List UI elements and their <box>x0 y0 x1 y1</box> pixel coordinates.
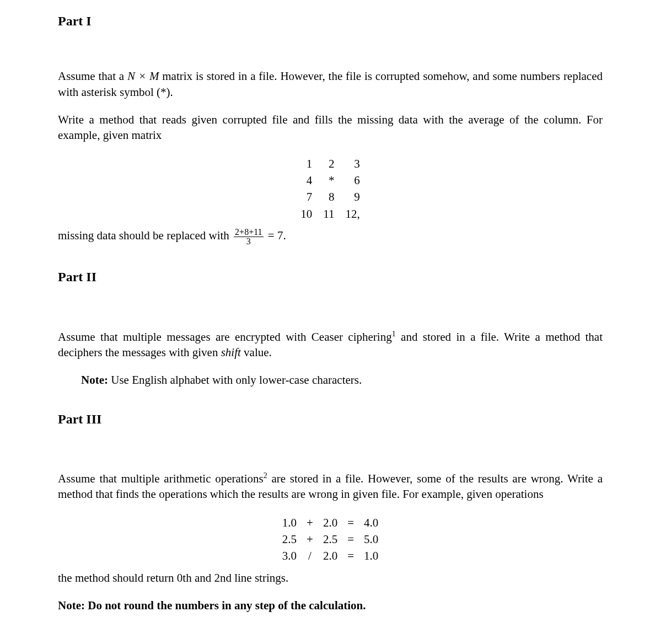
text: missing data should be replaced with <box>58 229 232 242</box>
matrix-cell: 11 <box>318 206 340 222</box>
table-row: 1 2 3 <box>295 155 365 172</box>
op-cell: 1.0 <box>277 514 302 531</box>
table-row: 1.0 + 2.0 = 4.0 <box>277 514 383 531</box>
op-cell: 2.0 <box>318 548 342 564</box>
part2-heading: Part II <box>58 268 603 286</box>
part3-note: Note: Do not round the numbers in any st… <box>58 598 603 613</box>
matrix-cell: 2 <box>318 155 340 172</box>
part2-note: Note: Use English alphabet with only low… <box>81 372 603 388</box>
part1-heading: Part I <box>58 12 603 30</box>
matrix-table: 1 2 3 4 * 6 7 8 9 10 11 12, <box>295 155 365 222</box>
op-cell: + <box>302 531 318 548</box>
table-row: 4 * 6 <box>295 172 365 189</box>
part1-paragraph-1: Assume that a N × M matrix is stored in … <box>58 68 603 100</box>
op-cell: 3.0 <box>277 548 302 564</box>
op-cell: 5.0 <box>359 531 383 548</box>
part1-paragraph-2: Write a method that reads given corrupte… <box>58 112 603 143</box>
op-cell: 2.5 <box>277 531 302 548</box>
part3-paragraph-2: the method should return 0th and 2nd lin… <box>58 570 603 586</box>
text: Assume that multiple arithmetic operatio… <box>58 472 264 485</box>
fraction-denominator: 3 <box>234 237 263 246</box>
text: Assume that a <box>58 69 127 83</box>
matrix-cell: 1 <box>295 155 318 172</box>
matrix-cell: 4 <box>295 172 318 189</box>
example-matrix: 1 2 3 4 * 6 7 8 9 10 11 12, <box>58 155 603 222</box>
matrix-cell: 10 <box>295 206 318 222</box>
op-cell: = <box>342 514 359 531</box>
matrix-cell: 3 <box>340 155 365 172</box>
part3-paragraph-1: Assume that multiple arithmetic operatio… <box>58 471 603 502</box>
op-cell: 4.0 <box>359 514 383 531</box>
matrix-cell: 6 <box>340 172 365 189</box>
shift-word: shift <box>221 346 241 359</box>
note-label: Note: <box>81 373 108 387</box>
op-cell: 2.5 <box>318 531 342 548</box>
fraction: 2+8+113 <box>234 228 263 246</box>
footnote-ref-1: 1 <box>392 330 396 338</box>
matrix-cell: 9 <box>340 189 365 205</box>
op-cell: / <box>302 548 318 564</box>
matrix-cell: 7 <box>295 189 318 205</box>
table-row: 7 8 9 <box>295 189 365 205</box>
fraction-numerator: 2+8+11 <box>234 228 263 237</box>
op-cell: 1.0 <box>359 548 383 564</box>
footnote-ref-2: 2 <box>264 471 267 480</box>
op-cell: 2.0 <box>318 514 342 531</box>
part3-heading: Part III <box>58 410 603 428</box>
table-row: 3.0 / 2.0 = 1.0 <box>277 548 383 564</box>
operations-table: 1.0 + 2.0 = 4.0 2.5 + 2.5 = 5.0 3.0 / 2.… <box>277 514 383 565</box>
text: Assume that multiple messages are encryp… <box>58 330 392 344</box>
note-text: Use English alphabet with only lower-cas… <box>108 373 362 387</box>
part2-paragraph-1: Assume that multiple messages are encryp… <box>58 329 603 361</box>
operations-block: 1.0 + 2.0 = 4.0 2.5 + 2.5 = 5.0 3.0 / 2.… <box>58 514 603 565</box>
table-row: 10 11 12, <box>295 206 365 222</box>
matrix-cell: * <box>318 172 340 189</box>
op-cell: = <box>342 531 359 548</box>
op-cell: = <box>342 548 359 564</box>
matrix-cell: 8 <box>318 189 340 205</box>
table-row: 2.5 + 2.5 = 5.0 <box>277 531 383 548</box>
matrix-cell: 12, <box>340 206 365 222</box>
text: = 7. <box>265 229 286 242</box>
part1-paragraph-3: missing data should be replaced with 2+8… <box>58 228 603 246</box>
op-cell: + <box>302 514 318 531</box>
text: value. <box>241 346 272 359</box>
nm-matrix: N × M <box>127 69 159 83</box>
